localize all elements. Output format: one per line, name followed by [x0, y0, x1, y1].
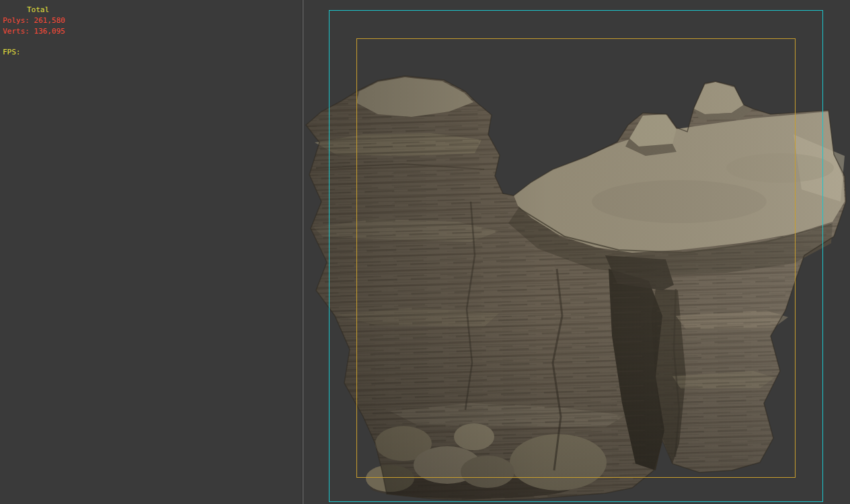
stats-verts-count: Verts: 136,095: [3, 26, 65, 37]
rock-model[interactable]: [296, 67, 850, 504]
stats-fps-label: FPS:: [3, 47, 21, 58]
camera-viewport[interactable]: [0, 0, 850, 504]
viewport-divider[interactable]: [302, 0, 303, 504]
rock-lighting: [296, 67, 850, 504]
stats-polys-count: Polys: 261,580: [3, 15, 65, 26]
stats-total-label: Total: [27, 5, 49, 15]
viewport-screen: Total Polys: 261,580 Verts: 136,095 FPS:: [0, 0, 850, 504]
